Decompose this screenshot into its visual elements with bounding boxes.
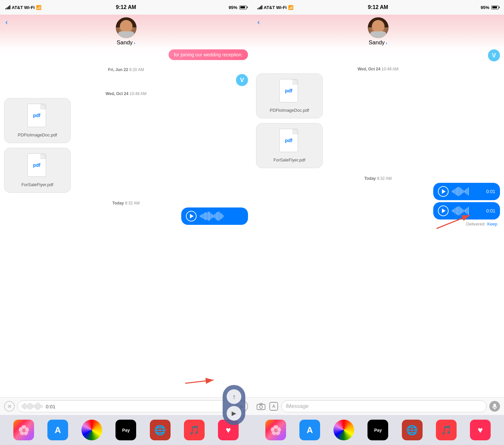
nav-header-left: ‹ Sandy › <box>0 15 252 49</box>
avatar-left[interactable] <box>116 17 137 38</box>
rwb10 <box>34 405 34 408</box>
awb9 <box>463 190 463 193</box>
camera-button[interactable] <box>256 401 266 411</box>
timestamp-oct24-left: Wed, Oct 24 10:48 AM <box>4 91 248 96</box>
mic-button[interactable] <box>489 401 500 412</box>
carrier-text-right: AT&T Wi-Fi <box>264 5 287 10</box>
contact-name-right[interactable]: Sandy › <box>368 39 387 46</box>
back-button-left[interactable]: ‹ <box>5 18 8 27</box>
dock-circle-right[interactable] <box>333 420 354 440</box>
waveform-audio1 <box>452 187 483 196</box>
dock-globe-right[interactable]: 🌐 <box>402 420 423 440</box>
messages-area-left[interactable]: for joining our wedding reception. Fri, … <box>0 49 252 397</box>
dock-appstore-left[interactable]: A <box>47 420 68 440</box>
dock-circle-left[interactable] <box>81 420 102 440</box>
v-bubble-row-left: V <box>4 74 248 86</box>
contact-name-left[interactable]: Sandy › <box>116 39 135 46</box>
rwb4 <box>26 404 26 409</box>
partial-pink-bubble: for joining our wedding reception. <box>169 49 248 60</box>
photos-icon-right: 🌸 <box>270 425 282 436</box>
rwb8 <box>31 404 32 409</box>
dock-appstore-right[interactable]: A <box>299 420 320 440</box>
battery-icon-right <box>491 6 499 9</box>
music-icon-left: 🎵 <box>189 425 200 435</box>
avatar-face-right <box>372 20 385 33</box>
contact-chevron-left: › <box>134 40 136 46</box>
v-bubble-right: V <box>488 49 500 61</box>
keep-button[interactable]: Keep <box>487 221 497 227</box>
awb13 <box>468 187 469 195</box>
recording-bar[interactable]: ✕ 0:01 ▶ <box>0 397 252 415</box>
input-bar-right[interactable]: A iMessage <box>252 397 504 415</box>
rwb6 <box>28 403 29 409</box>
bar1r <box>257 8 258 9</box>
battery-body-right <box>491 6 499 9</box>
dock-heart-right[interactable]: ♥ <box>470 420 491 440</box>
pdf-icon-body-2r: pdf <box>279 129 298 152</box>
time-right: 9:12 AM <box>368 4 388 10</box>
pdf-icon-body-1r: pdf <box>279 79 298 102</box>
dock-applepay-left[interactable]: Pay <box>115 420 136 440</box>
avatar-body-right <box>370 31 387 38</box>
left-panel: AT&T Wi-Fi 📶 9:12 AM 95% ‹ Sandy › <box>0 0 252 445</box>
send-overlay[interactable]: ↑ ▶ <box>223 385 245 425</box>
wb13 <box>216 212 217 220</box>
dock-left: 🌸 A Pay 🌐 🎵 ♥ <box>0 415 252 445</box>
dock-globe-left[interactable]: 🌐 <box>150 420 171 440</box>
wb4 <box>204 213 205 219</box>
play-btn-audio1[interactable] <box>438 186 449 197</box>
delivered-label: Delivered <box>466 221 485 227</box>
rwb14 <box>39 403 40 409</box>
audio-play-btn-left[interactable] <box>186 211 197 221</box>
messages-area-right[interactable]: V Wed, Oct 24 10:48 AM pdf PDFtoImageDoc… <box>252 49 504 397</box>
imessage-input[interactable]: iMessage <box>281 400 487 412</box>
nav-header-right: ‹ Sandy › <box>252 15 504 49</box>
battery-fill-right <box>492 6 497 8</box>
dock-photos-right[interactable]: 🌸 <box>265 420 286 440</box>
rwb16 <box>42 405 42 408</box>
pdf-filename-2-right: ForSaleFlyer.pdf <box>273 157 305 162</box>
dock-applepay-right[interactable]: Pay <box>367 420 388 440</box>
audio-sending-bubble[interactable] <box>181 207 248 225</box>
play-btn-audio2[interactable] <box>438 205 449 216</box>
awb8 <box>461 189 462 194</box>
send-up-button[interactable]: ↑ <box>227 389 241 404</box>
dock-music-left[interactable]: 🎵 <box>184 420 205 440</box>
avatar-right[interactable] <box>368 17 389 38</box>
dock-right: 🌸 A Pay 🌐 🎵 ♥ <box>252 415 504 445</box>
send-play-button[interactable]: ▶ <box>227 406 241 421</box>
signal-bars-left <box>5 5 10 9</box>
wb14 <box>217 212 218 220</box>
battery-icon-left <box>239 6 247 9</box>
dock-photos-left[interactable]: 🌸 <box>13 420 34 440</box>
pdf-bubble-row-1-right[interactable]: pdf PDFtoImageDoc.pdf <box>256 73 500 121</box>
appstore-input-icon: A <box>269 402 278 411</box>
back-button-right[interactable]: ‹ <box>257 18 260 27</box>
bar4r <box>261 5 262 9</box>
applepay-icon-left: Pay <box>122 428 130 433</box>
pdf-bubble-2-left[interactable]: pdf ForSaleFlyer.pdf <box>4 148 71 193</box>
pdf-label-1r: pdf <box>285 88 292 93</box>
battery-area-left: 95% <box>229 5 247 10</box>
audio-waveform-left <box>200 211 243 221</box>
delivered-section: Delivered Keep <box>256 221 500 229</box>
svg-rect-9 <box>493 404 496 407</box>
pdf-bubble-1-left[interactable]: pdf PDFtoImageDoc.pdf <box>4 98 71 143</box>
pdf-bubble-2-right[interactable]: pdf ForSaleFlyer.pdf <box>256 123 323 168</box>
pdf-bubble-row-1-left[interactable]: pdf PDFtoImageDoc.pdf <box>4 98 248 146</box>
audio-bubble-2-right[interactable]: 0:01 <box>433 202 500 219</box>
appstore-input-button[interactable]: A <box>269 401 279 411</box>
pdf-bubble-row-2-right[interactable]: pdf ForSaleFlyer.pdf <box>256 123 500 171</box>
awb6 <box>459 187 459 196</box>
dock-music-right[interactable]: 🎵 <box>436 420 457 440</box>
wb7 <box>208 211 209 221</box>
wb15 <box>219 211 219 221</box>
globe-icon-left: 🌐 <box>154 425 166 436</box>
pdf-bubble-row-2-left[interactable]: pdf ForSaleFlyer.pdf <box>4 148 248 195</box>
pdf-bubble-1-right[interactable]: pdf PDFtoImageDoc.pdf <box>256 73 323 118</box>
svg-point-5 <box>260 406 263 409</box>
audio-bubble-1-right[interactable]: 0:01 <box>433 183 500 200</box>
wb12 <box>215 214 215 218</box>
cancel-record-button[interactable]: ✕ <box>4 401 15 412</box>
pdf-icon-body-2: pdf <box>27 153 46 177</box>
